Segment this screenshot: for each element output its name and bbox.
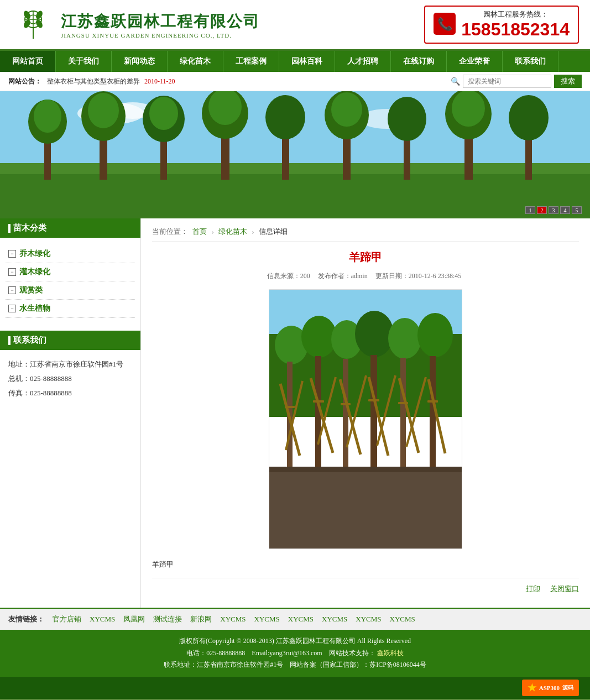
asp-logo-bar: ★ ASP300 源码: [0, 677, 590, 699]
announce-label: 网站公告：: [8, 77, 41, 86]
nav-item-encyclopedia[interactable]: 园林百科: [279, 51, 335, 72]
nav-item-greening[interactable]: 绿化苗木: [168, 51, 223, 72]
footer-address: 联系地址：江苏省南京市徐庄软件园#1号 网站备案（国家工信部）：苏ICP备081…: [8, 659, 582, 671]
print-button[interactable]: 打印: [526, 584, 540, 593]
footer-copyright: 版权所有(Copyright © 2008-2013) 江苏鑫跃园林工程有限公司…: [8, 635, 582, 647]
breadcrumb-current: 信息详细: [259, 227, 288, 236]
sidebar: 苗木分类 － 乔木绿化 － 灌木绿化 － 观赏类 － 水生植物 联系我: [0, 218, 141, 608]
announce-links: 整体衣柜与其他类型衣柜的差异 2010-11-20: [47, 77, 451, 86]
friends-link-xycms-7[interactable]: XYCMS: [387, 614, 418, 625]
article-image: [269, 289, 462, 549]
article-actions: 打印 关闭窗口: [152, 578, 579, 599]
minus-icon-ornamental: －: [8, 286, 16, 294]
hotline-area: 📞 园林工程服务热线： 15851852314: [424, 6, 579, 44]
breadcrumb-home[interactable]: 首页: [192, 227, 207, 236]
footer-tech-link[interactable]: 鑫跃科技: [377, 649, 404, 657]
contact-info: 地址：江苏省南京市徐庄软件园#1号 总机：025-88888888 传真：025…: [0, 353, 140, 405]
nav-item-projects[interactable]: 工程案例: [223, 51, 279, 72]
svg-rect-69: [313, 400, 324, 403]
main-area: 苗木分类 － 乔木绿化 － 灌木绿化 － 观赏类 － 水生植物 联系我: [0, 218, 590, 608]
phone-icon: 📞: [434, 13, 456, 37]
article-source: 信息来源：200: [267, 272, 310, 280]
svg-rect-52: [370, 355, 377, 472]
contact-section-title: 联系我们: [0, 331, 140, 350]
search-button[interactable]: 搜索: [554, 75, 582, 88]
nav-item-honor[interactable]: 企业荣誉: [447, 51, 503, 72]
sidebar-item-arbor[interactable]: － 乔木绿化: [6, 245, 135, 263]
article-caption: 羊蹄甲: [152, 560, 579, 570]
banner-svg: [0, 91, 590, 218]
nav-item-news[interactable]: 新闻动态: [112, 51, 168, 72]
announce-item-1[interactable]: 整体衣柜与其他类型衣柜的差异 2010-11-20: [47, 77, 175, 85]
svg-rect-73: [427, 400, 438, 403]
main-nav: 网站首页 关于我们 新闻动态 绿化苗木 工程案例 园林百科 人才招聘 在线订购 …: [0, 51, 590, 72]
banner-dots: 1 2 3 4 5: [525, 206, 582, 214]
hotline-label: 园林工程服务热线：: [483, 9, 548, 19]
friends-link-xycms-1[interactable]: XYCMS: [87, 614, 118, 625]
logo-image: [11, 7, 55, 43]
article-author: 发布作者：admin: [318, 272, 368, 280]
friends-link-sina[interactable]: 新浪网: [187, 613, 215, 625]
friends-link-xycms-6[interactable]: XYCMS: [353, 614, 384, 625]
sidebar-item-ornamental[interactable]: － 观赏类: [6, 281, 135, 300]
friends-label: 友情链接：: [8, 614, 44, 624]
minus-icon-arbor: －: [8, 250, 16, 258]
contact-fax: 传真：025-88888888: [8, 386, 132, 400]
svg-point-40: [509, 95, 549, 140]
article-image-wrap: [152, 289, 579, 551]
sidebar-category-list: － 乔木绿化 － 灌木绿化 － 观赏类 － 水生植物: [0, 241, 140, 322]
svg-rect-68: [285, 406, 295, 408]
breadcrumb-sep-2: ›: [252, 227, 254, 236]
friends-link-xycms-4[interactable]: XYCMS: [285, 614, 316, 625]
sidebar-item-aquatic[interactable]: － 水生植物: [6, 300, 135, 318]
svg-rect-53: [400, 358, 406, 472]
friends-link-xycms-5[interactable]: XYCMS: [319, 614, 350, 625]
friends-link-xycms-3[interactable]: XYCMS: [252, 614, 283, 625]
friends-link-xycms-2[interactable]: XYCMS: [217, 614, 248, 625]
article-content: 当前位置： 首页 › 绿化苗木 › 信息详细 羊蹄甲 信息来源：200 发布作者…: [141, 218, 590, 608]
nav-item-recruit[interactable]: 人才招聘: [335, 51, 391, 72]
banner-dot-3[interactable]: 3: [549, 206, 558, 214]
banner-dot-1[interactable]: 1: [525, 206, 535, 214]
asp-logo-text: ASP300: [539, 685, 560, 691]
contact-phone: 总机：025-88888888: [8, 372, 132, 386]
svg-rect-16: [0, 163, 590, 174]
nav-item-home[interactable]: 网站首页: [0, 51, 56, 72]
svg-rect-71: [368, 399, 379, 401]
svg-rect-15: [0, 169, 590, 218]
header: 江苏鑫跃园林工程有限公司 JIANGSU XINYUE GARDEN ENGIN…: [0, 0, 590, 51]
friends-link-fenghuang[interactable]: 凤凰网: [121, 613, 148, 625]
close-window-button[interactable]: 关闭窗口: [550, 584, 579, 593]
svg-rect-51: [343, 359, 348, 472]
svg-rect-54: [430, 356, 436, 472]
announcement-bar: 网站公告： 整体衣柜与其他类型衣柜的差异 2010-11-20 🔍 搜索: [0, 72, 590, 91]
svg-rect-72: [398, 402, 408, 404]
nav-item-order[interactable]: 在线订购: [391, 51, 447, 72]
contact-address: 地址：江苏省南京市徐庄软件园#1号: [8, 357, 132, 372]
logo-text: 江苏鑫跃园林工程有限公司 JIANGSU XINYUE GARDEN ENGIN…: [61, 11, 260, 39]
sidebar-item-ornamental-label: 观赏类: [19, 285, 43, 295]
footer: 版权所有(Copyright © 2008-2013) 江苏鑫跃园林工程有限公司…: [0, 630, 590, 677]
company-name-cn: 江苏鑫跃园林工程有限公司: [61, 11, 260, 32]
nav-item-about[interactable]: 关于我们: [56, 51, 112, 72]
banner-dot-4[interactable]: 4: [560, 206, 570, 214]
sidebar-item-shrub[interactable]: － 灌木绿化: [6, 263, 135, 281]
friends-link-test[interactable]: 测试连接: [150, 613, 185, 625]
asp-logo-subtext: 源码: [562, 684, 573, 692]
article-title: 羊蹄甲: [152, 250, 579, 265]
svg-point-25: [149, 97, 178, 130]
svg-point-46: [355, 311, 394, 357]
svg-text:📞: 📞: [437, 17, 453, 32]
search-input[interactable]: [463, 75, 551, 88]
sidebar-item-shrub-label: 灌木绿化: [19, 267, 50, 277]
friends-link-official[interactable]: 官方店铺: [50, 613, 84, 625]
banner-dot-2[interactable]: 2: [537, 206, 547, 214]
svg-point-47: [388, 318, 421, 359]
banner-dot-5[interactable]: 5: [572, 206, 582, 214]
breadcrumb: 当前位置： 首页 › 绿化苗木 › 信息详细: [152, 227, 579, 242]
nav-item-contact[interactable]: 联系我们: [503, 51, 558, 72]
company-name-en: JIANGSU XINYUE GARDEN ENGINEERING CO., L…: [61, 32, 260, 39]
hotline-number: 15851852314: [461, 19, 570, 40]
breadcrumb-greening[interactable]: 绿化苗木: [218, 227, 247, 236]
svg-point-38: [452, 91, 485, 127]
